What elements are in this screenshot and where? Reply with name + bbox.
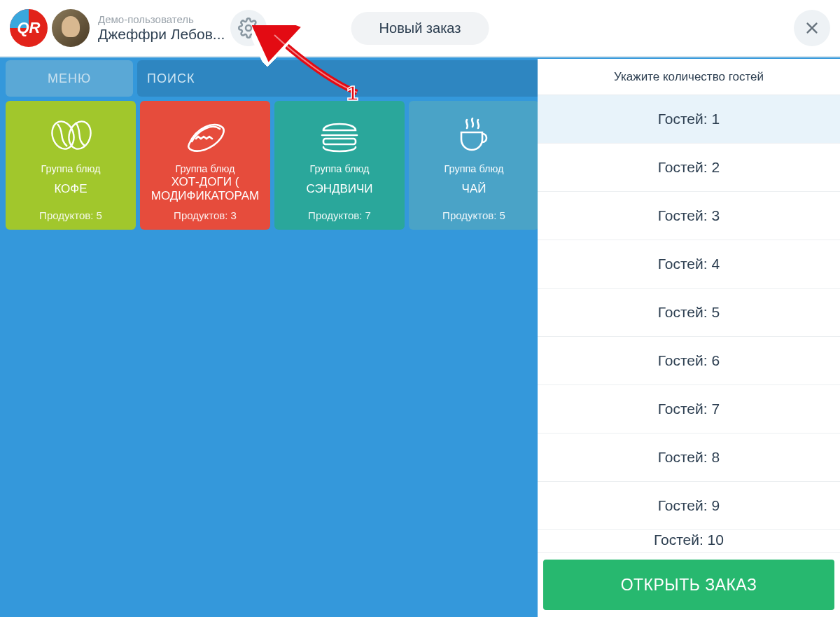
tile-subtitle: Группа блюд (175, 163, 234, 174)
tile-count: Продуктов: 3 (174, 209, 237, 221)
user-block[interactable]: Демо-пользователь Джеффри Лебов... (98, 13, 225, 42)
open-order-label: ОТКРЫТЬ ЗАКАЗ (621, 576, 757, 594)
tea-cup-icon (454, 112, 493, 158)
new-order-pill[interactable]: Новый заказ (351, 12, 489, 45)
open-order-wrap: ОТКРЫТЬ ЗАКАЗ (538, 555, 840, 617)
category-tile-tea[interactable]: Группа блюд ЧАЙ Продуктов: 5 (409, 101, 539, 230)
guest-row-3[interactable]: Гостей: 3 (538, 192, 840, 240)
menu-button-label: МЕНЮ (48, 71, 91, 86)
tile-subtitle: Группа блюд (41, 163, 100, 174)
tile-count: Продуктов: 7 (308, 209, 371, 221)
category-tile-hotdogs[interactable]: Группа блюд ХОТ-ДОГИ ( МОДИФИКАТОРАМ Про… (140, 101, 270, 230)
tile-title: КОФЕ (51, 176, 90, 202)
close-icon (804, 20, 820, 36)
app-logo-text: QR (18, 19, 41, 37)
tile-subtitle: Группа блюд (309, 163, 369, 174)
new-order-label: Новый заказ (379, 20, 461, 36)
hotdog-icon (181, 112, 230, 158)
tile-count: Продуктов: 5 (39, 209, 102, 221)
tile-title: ЧАЙ (459, 176, 489, 202)
user-name-label: Джеффри Лебов... (98, 26, 225, 43)
tile-title: ХОТ-ДОГИ ( МОДИФИКАТОРАМ (140, 176, 270, 202)
tile-subtitle: Группа блюд (444, 163, 503, 174)
tile-count: Продуктов: 5 (442, 209, 505, 221)
guest-row-5[interactable]: Гостей: 5 (538, 289, 840, 337)
menu-button[interactable]: МЕНЮ (6, 60, 133, 97)
app-header: QR Демо-пользователь Джеффри Лебов... Но… (0, 0, 840, 57)
tile-title: СЭНДВИЧИ (303, 176, 375, 202)
guest-row-4[interactable]: Гостей: 4 (538, 240, 840, 289)
settings-button[interactable] (230, 10, 267, 46)
avatar[interactable] (52, 9, 90, 47)
coffee-bean-icon (48, 112, 94, 158)
guest-panel: Укажите количество гостей Гостей: 1 Гост… (538, 59, 840, 617)
user-role-label: Демо-пользователь (98, 13, 225, 25)
guest-list: Гостей: 1 Гостей: 2 Гостей: 3 Гостей: 4 … (538, 95, 840, 555)
guest-panel-header: Укажите количество гостей (538, 59, 840, 95)
guest-row-2[interactable]: Гостей: 2 (538, 144, 840, 192)
guest-panel-title: Укажите количество гостей (614, 70, 764, 84)
gear-icon (238, 18, 259, 39)
svg-point-0 (246, 25, 251, 31)
guest-row-6[interactable]: Гостей: 6 (538, 337, 840, 385)
burger-icon (318, 112, 361, 158)
open-order-button[interactable]: ОТКРЫТЬ ЗАКАЗ (543, 560, 834, 610)
close-button[interactable] (794, 10, 830, 46)
svg-rect-10 (323, 139, 356, 144)
guest-row-9[interactable]: Гостей: 9 (538, 482, 840, 530)
guest-row-8[interactable]: Гостей: 8 (538, 434, 840, 482)
guest-row-7[interactable]: Гостей: 7 (538, 385, 840, 434)
category-tile-coffee[interactable]: Группа блюд КОФЕ Продуктов: 5 (6, 101, 136, 230)
guest-row-1[interactable]: Гостей: 1 (538, 95, 840, 144)
category-tile-sandwich[interactable]: Группа блюд СЭНДВИЧИ Продуктов: 7 (274, 101, 405, 230)
guest-row-10[interactable]: Гостей: 10 (538, 530, 840, 553)
app-logo: QR (10, 9, 48, 47)
